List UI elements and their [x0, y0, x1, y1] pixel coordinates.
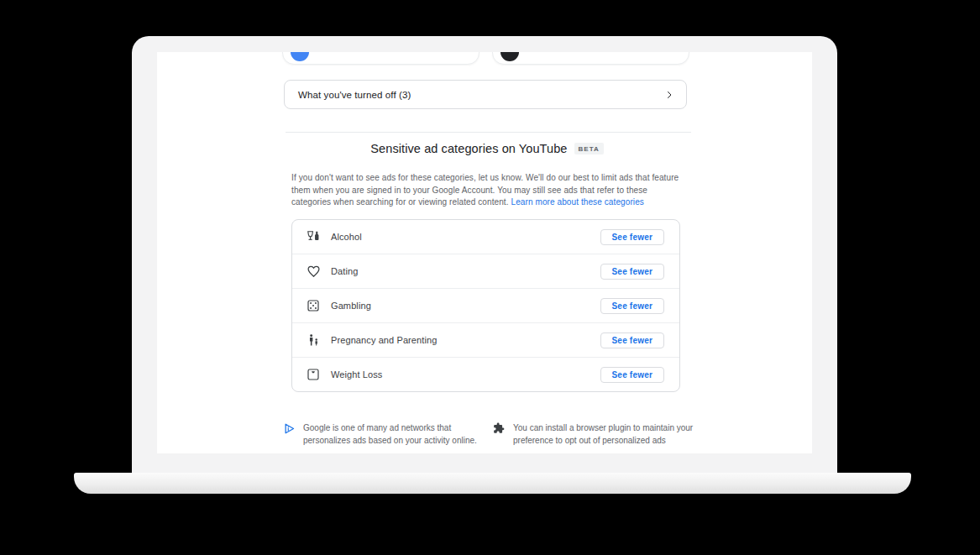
category-name: Dating — [331, 266, 600, 276]
see-fewer-button-pregnancy[interactable]: See fewer — [600, 332, 665, 348]
sensitive-categories-card: Alcohol See fewer Dating See fewer — [291, 219, 680, 392]
scale-icon — [306, 367, 321, 382]
laptop-screen: What you've turned off (3) Sensitive ad … — [157, 52, 812, 453]
footer-note-text: You can install a browser plugin to main… — [513, 421, 700, 447]
partial-card-left[interactable] — [282, 52, 480, 65]
category-name: Gambling — [331, 301, 600, 311]
see-fewer-button-alcohol[interactable]: See fewer — [600, 229, 665, 245]
category-row-weight-loss: Weight Loss See fewer — [292, 357, 679, 391]
beta-badge: BETA — [574, 143, 604, 154]
adchoices-icon — [283, 422, 296, 438]
category-name: Pregnancy and Parenting — [331, 335, 600, 345]
laptop-frame: What you've turned off (3) Sensitive ad … — [132, 36, 837, 473]
category-row-pregnancy-parenting: Pregnancy and Parenting See fewer — [292, 322, 679, 357]
learn-more-link[interactable]: Learn more about these categories — [511, 197, 644, 207]
heart-icon — [306, 264, 321, 279]
footer-note-browser-plugin: You can install a browser plugin to main… — [493, 421, 700, 447]
see-fewer-button-gambling[interactable]: See fewer — [600, 298, 665, 314]
see-fewer-button-weight-loss[interactable]: See fewer — [600, 367, 665, 383]
laptop-base — [74, 473, 911, 494]
family-icon — [306, 332, 321, 348]
chevron-right-icon — [664, 90, 674, 100]
footer-note-text: Google is one of many ad networks that p… — [303, 421, 490, 447]
blue-circle-avatar — [291, 52, 309, 61]
puzzle-icon — [493, 422, 506, 437]
see-fewer-button-dating[interactable]: See fewer — [600, 264, 665, 280]
page-title: Sensitive ad categories on YouTube — [370, 142, 567, 155]
turned-off-row[interactable]: What you've turned off (3) — [284, 80, 687, 109]
section-divider — [286, 132, 691, 133]
dice-icon — [306, 298, 321, 313]
category-name: Alcohol — [331, 232, 600, 242]
alcohol-icon — [306, 229, 321, 244]
category-name: Weight Loss — [331, 369, 600, 380]
category-row-gambling: Gambling See fewer — [292, 288, 679, 322]
footer-note-ad-networks: Google is one of many ad networks that p… — [283, 421, 490, 447]
turned-off-label: What you've turned off (3) — [298, 90, 664, 100]
dark-circle-avatar — [500, 52, 519, 61]
section-description: If you don't want to see ads for these c… — [291, 172, 679, 209]
section-header: Sensitive ad categories on YouTube BETA — [283, 142, 691, 155]
partial-card-right[interactable] — [492, 52, 689, 65]
category-row-dating: Dating See fewer — [292, 254, 679, 288]
page-background: What you've turned off (3) Sensitive ad … — [0, 0, 980, 555]
category-row-alcohol: Alcohol See fewer — [292, 220, 679, 254]
